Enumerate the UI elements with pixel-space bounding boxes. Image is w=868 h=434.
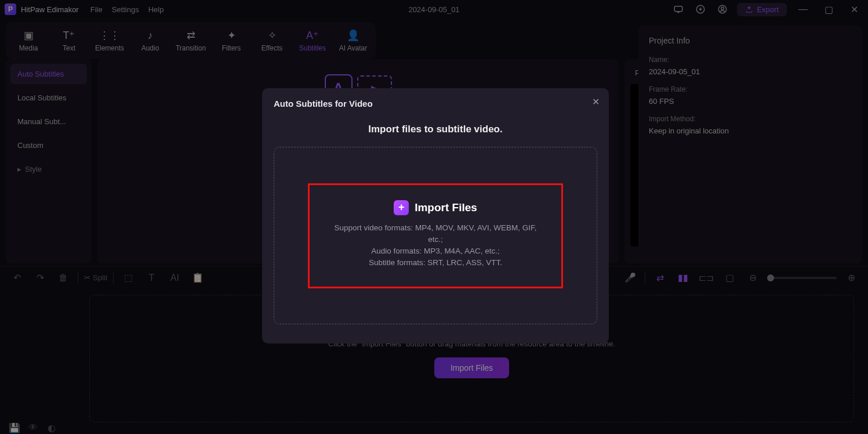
modal-title: Auto Subtitles for Video [274,99,597,108]
import-highlight-box: + Import Files Support video formats: MP… [308,183,563,288]
modal-heading: Import files to subtitle video. [274,124,597,135]
modal-close-button[interactable]: ✕ [592,96,600,107]
support-line: Audio formats: MP3, M4A, AAC, etc.; [327,245,544,257]
import-files-title[interactable]: + Import Files [394,200,477,215]
import-title-text: Import Files [415,201,477,214]
modal-drop-zone[interactable]: + Import Files Support video formats: MP… [274,147,597,324]
support-line: Support video formats: MP4, MOV, MKV, AV… [327,222,544,246]
plus-icon: + [394,200,409,215]
support-text: Support video formats: MP4, MOV, MKV, AV… [327,222,544,269]
auto-subtitles-modal: Auto Subtitles for Video ✕ Import files … [262,88,609,343]
support-line: Subtitle formats: SRT, LRC, ASS, VTT. [327,257,544,269]
